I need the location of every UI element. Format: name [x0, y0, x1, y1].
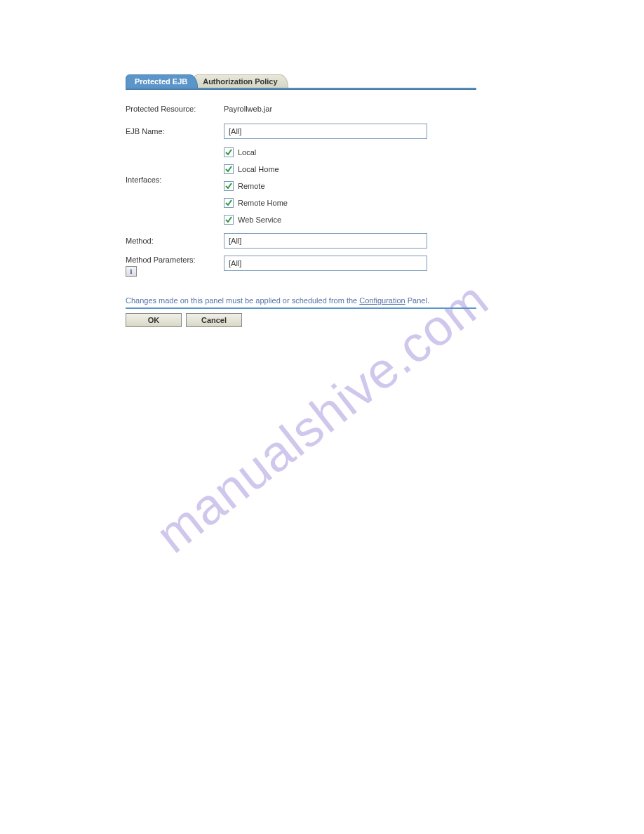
method-input[interactable]: [224, 233, 427, 249]
row-interfaces: Interfaces: Local Local Home Remote: [126, 146, 476, 226]
checkbox-label-local-home: Local Home: [238, 165, 279, 173]
form-body: Protected Resource: Payrollweb.jar EJB N…: [126, 90, 476, 277]
checkbox-row-remote-home: Remote Home: [224, 197, 476, 209]
cancel-button[interactable]: Cancel: [186, 313, 242, 327]
ejb-name-input[interactable]: [224, 124, 427, 139]
configuration-link[interactable]: Configuration: [359, 296, 405, 305]
checkbox-row-local: Local: [224, 146, 476, 159]
label-method: Method:: [126, 237, 224, 245]
row-method: Method:: [126, 233, 476, 249]
checkbox-label-local: Local: [238, 148, 256, 157]
checkbox-local-home[interactable]: [224, 164, 234, 174]
checkbox-web-service[interactable]: [224, 215, 234, 225]
checkbox-row-local-home: Local Home: [224, 163, 476, 176]
checkbox-local[interactable]: [224, 147, 234, 157]
label-protected-resource: Protected Resource:: [126, 105, 224, 113]
checkbox-label-remote-home: Remote Home: [238, 199, 288, 207]
interfaces-checkbox-list: Local Local Home Remote Remote Home: [224, 146, 476, 226]
checkbox-remote-home[interactable]: [224, 198, 234, 208]
tab-protected-ejb[interactable]: Protected EJB: [126, 74, 198, 88]
label-interfaces: Interfaces:: [126, 146, 224, 184]
row-protected-resource: Protected Resource: Payrollweb.jar: [126, 101, 476, 117]
value-protected-resource: Payrollweb.jar: [224, 105, 476, 113]
label-method-parameters: Method Parameters: i: [126, 256, 224, 277]
notice-line: Changes made on this panel must be appli…: [126, 296, 476, 309]
row-method-parameters: Method Parameters: i: [126, 256, 476, 277]
checkbox-label-web-service: Web Service: [238, 216, 281, 224]
button-row: OK Cancel: [126, 313, 476, 327]
tab-bar: Protected EJB Authorization Policy: [126, 74, 476, 88]
method-parameters-input[interactable]: [224, 256, 427, 271]
ok-button[interactable]: OK: [126, 313, 182, 327]
label-ejb-name: EJB Name:: [126, 127, 224, 135]
checkbox-row-web-service: Web Service: [224, 213, 476, 226]
info-icon[interactable]: i: [126, 266, 137, 277]
checkbox-label-remote: Remote: [238, 182, 265, 190]
label-method-parameters-text: Method Parameters:: [126, 256, 196, 264]
row-ejb-name: EJB Name:: [126, 124, 476, 139]
notice-suffix: Panel.: [405, 296, 429, 305]
tab-authorization-policy[interactable]: Authorization Policy: [194, 74, 288, 88]
notice-prefix: Changes made on this panel must be appli…: [126, 296, 359, 305]
protected-ejb-panel: Protected EJB Authorization Policy Prote…: [126, 74, 476, 327]
checkbox-remote[interactable]: [224, 181, 234, 191]
checkbox-row-remote: Remote: [224, 180, 476, 192]
